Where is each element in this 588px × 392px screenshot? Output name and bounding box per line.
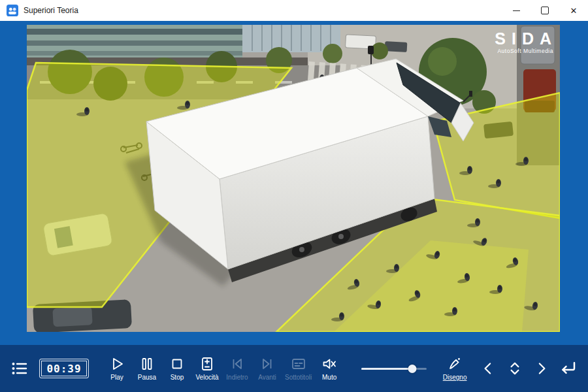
maximize-icon <box>541 7 549 14</box>
app-icon <box>7 5 18 16</box>
minimize-button[interactable] <box>502 0 531 21</box>
next-chapter-button[interactable] <box>532 360 549 377</box>
stop-button[interactable]: Stop <box>163 356 191 381</box>
chevron-right-icon <box>532 360 549 377</box>
draw-pen-icon <box>447 356 463 372</box>
maximize-button[interactable] <box>531 0 559 21</box>
expand-collapse-button[interactable] <box>506 360 523 377</box>
playback-toolbar: 00:39 Play Pausa Stop Velocità <box>0 345 588 392</box>
pause-icon <box>139 356 155 372</box>
minimize-icon <box>513 10 520 11</box>
playlist-menu-icon <box>10 360 27 377</box>
playlist-menu-button[interactable] <box>10 360 27 377</box>
prev-chapter-button[interactable] <box>480 360 497 377</box>
subtitles-icon <box>291 356 306 372</box>
play-button[interactable]: Play <box>103 356 131 381</box>
play-icon <box>109 356 125 372</box>
skip-back-icon <box>229 356 245 372</box>
close-icon: ✕ <box>570 7 578 15</box>
return-button[interactable] <box>558 359 578 378</box>
speed-icon <box>199 356 215 372</box>
timer-value: 00:39 <box>46 363 81 375</box>
skip-forward-button: Avanti <box>253 356 282 381</box>
return-arrow-icon <box>558 359 578 378</box>
mute-icon <box>321 356 337 372</box>
speed-button[interactable]: Velocità <box>193 356 221 381</box>
video-logo-subtitle: AutoSoft Multimedia <box>497 48 553 54</box>
timer-display: 00:39 <box>39 359 89 378</box>
titlebar: Superiori Teoria ✕ <box>0 0 588 21</box>
app-frame: SIDA AutoSoft Multimedia <box>0 21 588 345</box>
scene-illustration: SIDA AutoSoft Multimedia <box>27 25 560 332</box>
chevrons-up-down-icon <box>506 360 523 377</box>
volume-slider[interactable] <box>361 364 427 373</box>
draw-button[interactable]: Disegno <box>440 356 469 381</box>
mute-button[interactable]: Muto <box>315 356 344 381</box>
stop-icon <box>169 356 185 372</box>
pause-button[interactable]: Pausa <box>133 356 161 381</box>
chevron-left-icon <box>480 360 497 377</box>
skip-back-button: Indietro <box>223 356 252 381</box>
subtitles-button: Sottotitoli <box>283 356 314 381</box>
window-title: Superiori Teoria <box>24 6 78 15</box>
volume-thumb[interactable] <box>408 365 417 373</box>
volume-fill <box>361 368 412 370</box>
volume-track[interactable] <box>361 368 427 370</box>
close-button[interactable]: ✕ <box>559 0 588 21</box>
video-player[interactable]: SIDA AutoSoft Multimedia <box>27 25 560 332</box>
skip-forward-icon <box>259 356 275 372</box>
video-logo-title: SIDA <box>495 29 557 48</box>
